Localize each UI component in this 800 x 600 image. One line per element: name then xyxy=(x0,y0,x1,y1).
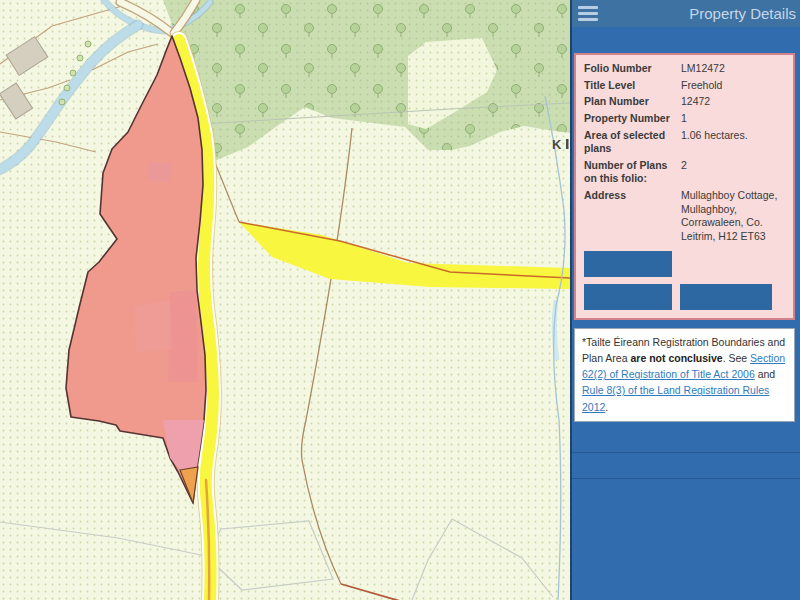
disclaimer-text: . See xyxy=(723,352,750,364)
detail-label: Number of Plans on this folio: xyxy=(584,159,681,186)
detail-row: Property Number1 xyxy=(584,112,785,126)
detail-label: Title Level xyxy=(584,79,681,93)
hamburger-icon xyxy=(578,12,598,15)
disclaimer-text: and xyxy=(755,368,775,380)
rule-8-link[interactable]: Rule 8(3) of the Land Registration Rules… xyxy=(582,384,769,412)
detail-label: Folio Number xyxy=(584,62,681,76)
disclaimer-text: . xyxy=(605,401,608,413)
detail-label: Area of selected plans xyxy=(584,129,681,156)
detail-row: Area of selected plans1.06 hectares. xyxy=(584,129,785,156)
property-details-panel: Property Details Folio NumberLM12472 Tit… xyxy=(570,0,800,600)
panel-separator xyxy=(572,478,800,479)
detail-value: Mullaghboy Cottage, Mullaghboy, Corrawal… xyxy=(681,189,785,244)
detail-label: Address xyxy=(584,189,681,244)
detail-row: Folio NumberLM12472 xyxy=(584,62,785,76)
svg-text:K: K xyxy=(552,137,562,152)
detail-row: Title LevelFreehold xyxy=(584,79,785,93)
folio-details-card: Folio NumberLM12472 Title LevelFreehold … xyxy=(574,53,795,320)
folio-action-button-1[interactable] xyxy=(584,251,672,277)
detail-value: LM12472 xyxy=(681,62,785,76)
panel-header: Property Details xyxy=(572,0,800,27)
detail-row: AddressMullaghboy Cottage, Mullaghboy, C… xyxy=(584,189,785,244)
parcel-subdivision xyxy=(134,300,172,352)
disclaimer-emphasis: are not conclusive xyxy=(630,352,722,364)
hamburger-icon xyxy=(578,18,598,21)
folio-action-button-2[interactable] xyxy=(584,284,672,310)
detail-row: Plan Number12472 xyxy=(584,95,785,109)
parcel-building xyxy=(147,161,172,182)
parcel-subdivision xyxy=(168,290,198,382)
panel-separator xyxy=(572,452,800,453)
hamburger-icon xyxy=(578,6,598,9)
detail-label: Plan Number xyxy=(584,95,681,109)
detail-row: Number of Plans on this folio:2 xyxy=(584,159,785,186)
detail-value: 1.06 hectares. xyxy=(681,129,785,156)
detail-value: 2 xyxy=(681,159,785,186)
map-svg[interactable]: K xyxy=(0,0,570,600)
folio-action-button-3[interactable] xyxy=(680,284,772,310)
detail-value: 1 xyxy=(681,112,785,126)
detail-label: Property Number xyxy=(584,112,681,126)
menu-button[interactable] xyxy=(578,6,598,21)
panel-title: Property Details xyxy=(598,5,797,22)
map-canvas[interactable]: K xyxy=(0,0,570,600)
boundaries-disclaimer: *Tailte Éireann Registration Boundaries … xyxy=(574,328,795,422)
detail-value: Freehold xyxy=(681,79,785,93)
detail-value: 12472 xyxy=(681,95,785,109)
